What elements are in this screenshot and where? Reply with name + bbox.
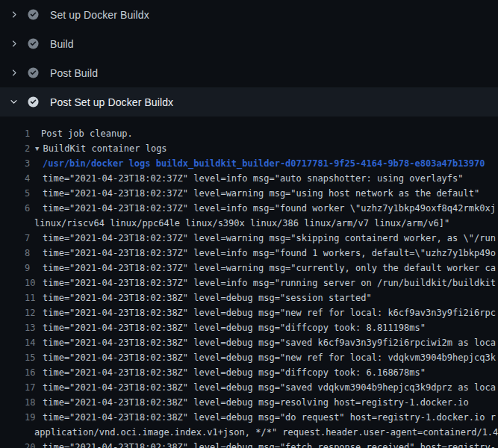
- log-command-text: /usr/bin/docker logs buildx_buildkit_bui…: [0, 158, 485, 169]
- log-text: time="2021-04-23T18:02:37Z" level=info m…: [0, 278, 496, 288]
- step-row-set-up-docker-buildx[interactable]: Set up Docker Buildx: [0, 0, 498, 29]
- step-label: Post Build: [50, 67, 98, 79]
- log-line: 18time="2021-04-23T18:02:38Z" level=debu…: [0, 395, 498, 410]
- log-line: 1Post job cleanup.: [0, 126, 498, 141]
- line-number[interactable]: 1: [25, 126, 30, 141]
- step-label: Post Set up Docker Buildx: [50, 96, 173, 108]
- log-text: time="2021-04-23T18:02:37Z" level=warnin…: [0, 233, 496, 243]
- line-number[interactable]: 4: [25, 171, 30, 186]
- line-number[interactable]: 10: [25, 276, 35, 290]
- line-number[interactable]: 11: [25, 290, 35, 305]
- check-circle-icon: [28, 67, 39, 78]
- line-number[interactable]: 8: [25, 246, 30, 261]
- log-line: 15time="2021-04-23T18:02:38Z" level=debu…: [0, 350, 498, 365]
- log-text: time="2021-04-23T18:02:38Z" level=debug …: [0, 442, 496, 448]
- check-circle-icon: [28, 96, 39, 108]
- log-text: time="2021-04-23T18:02:37Z" level=warnin…: [0, 188, 479, 199]
- line-number[interactable]: 19: [25, 410, 35, 425]
- check-circle-icon: [28, 38, 39, 49]
- line-number[interactable]: 5: [25, 186, 30, 201]
- log-line: 17time="2021-04-23T18:02:38Z" level=debu…: [0, 380, 498, 395]
- log-text: time="2021-04-23T18:02:37Z" level=info m…: [0, 173, 464, 184]
- log-line: linux/riscv64 linux/ppc64le linux/s390x …: [0, 216, 498, 231]
- log-line: 14time="2021-04-23T18:02:38Z" level=debu…: [0, 335, 498, 350]
- line-number[interactable]: 13: [25, 320, 35, 335]
- line-number[interactable]: 6: [25, 201, 30, 216]
- log-text: time="2021-04-23T18:02:37Z" level=info m…: [0, 248, 496, 258]
- step-label: Build: [50, 38, 74, 50]
- log-text: time="2021-04-23T18:02:38Z" level=debug …: [0, 412, 496, 423]
- log-text: time="2021-04-23T18:02:38Z" level=debug …: [0, 323, 426, 333]
- step-row-build[interactable]: Build: [0, 29, 498, 58]
- triangle-down-icon: ▼: [35, 141, 39, 156]
- log-line: 16time="2021-04-23T18:02:38Z" level=debu…: [0, 365, 498, 380]
- log-line: 12time="2021-04-23T18:02:38Z" level=debu…: [0, 305, 498, 320]
- log-text: time="2021-04-23T18:02:38Z" level=debug …: [0, 293, 372, 303]
- log-line: 7time="2021-04-23T18:02:37Z" level=warni…: [0, 231, 498, 246]
- log-line: 20time="2021-04-23T18:02:38Z" level=debu…: [0, 440, 498, 448]
- log-text: time="2021-04-23T18:02:38Z" level=debug …: [0, 382, 496, 393]
- line-number[interactable]: 3: [25, 156, 30, 171]
- log-line: 2▼BuildKit container logs: [0, 141, 498, 156]
- chevron-right-icon: [8, 39, 19, 49]
- log-line: 6time="2021-04-23T18:02:37Z" level=info …: [0, 201, 498, 216]
- check-circle-icon: [28, 9, 39, 20]
- log-text: time="2021-04-23T18:02:38Z" level=debug …: [0, 337, 496, 348]
- log-group-title: BuildKit container logs: [43, 143, 166, 154]
- step-label: Set up Docker Buildx: [50, 9, 149, 21]
- log-text: linux/riscv64 linux/ppc64le linux/s390x …: [0, 218, 449, 228]
- chevron-right-icon: [8, 68, 19, 78]
- line-number[interactable]: 15: [25, 350, 35, 365]
- log-line: 19time="2021-04-23T18:02:38Z" level=debu…: [0, 410, 498, 425]
- log-text: time="2021-04-23T18:02:37Z" level=info m…: [0, 203, 496, 214]
- line-number[interactable]: 2: [25, 141, 30, 156]
- chevron-right-icon: [8, 10, 19, 20]
- line-number[interactable]: 16: [25, 365, 35, 380]
- log-text: application/vnd.oci.image.index.v1+json,…: [0, 427, 498, 438]
- log-line: 9time="2021-04-23T18:02:37Z" level=warni…: [0, 261, 498, 276]
- log-line: 11time="2021-04-23T18:02:38Z" level=debu…: [0, 290, 498, 305]
- chevron-down-icon: [8, 97, 19, 108]
- log-viewer: 1Post job cleanup.2▼BuildKit container l…: [0, 116, 498, 448]
- log-text: time="2021-04-23T18:02:38Z" level=debug …: [0, 397, 469, 408]
- log-text: time="2021-04-23T18:02:37Z" level=warnin…: [0, 263, 496, 273]
- log-line: 10time="2021-04-23T18:02:37Z" level=info…: [0, 276, 498, 290]
- log-text: time="2021-04-23T18:02:38Z" level=debug …: [0, 352, 496, 363]
- log-text: time="2021-04-23T18:02:38Z" level=debug …: [0, 367, 426, 378]
- line-number[interactable]: 20: [25, 440, 35, 448]
- log-text: time="2021-04-23T18:02:38Z" level=debug …: [0, 308, 496, 318]
- line-number[interactable]: 12: [25, 305, 35, 320]
- step-row-post-set-up-docker-buildx[interactable]: Post Set up Docker Buildx: [0, 87, 498, 116]
- log-line: application/vnd.oci.image.index.v1+json,…: [0, 425, 498, 440]
- step-row-post-build[interactable]: Post Build: [0, 58, 498, 87]
- log-line: 5time="2021-04-23T18:02:37Z" level=warni…: [0, 186, 498, 201]
- line-number[interactable]: 7: [25, 231, 30, 246]
- log-text: Post job cleanup.: [0, 128, 133, 139]
- log-line: 13time="2021-04-23T18:02:38Z" level=debu…: [0, 320, 498, 335]
- log-line: 3/usr/bin/docker logs buildx_buildkit_bu…: [0, 156, 498, 171]
- line-number[interactable]: 18: [25, 395, 35, 410]
- line-number[interactable]: 9: [25, 261, 30, 276]
- log-line: 4time="2021-04-23T18:02:37Z" level=info …: [0, 171, 498, 186]
- line-number[interactable]: 17: [25, 380, 35, 395]
- log-line: 8time="2021-04-23T18:02:37Z" level=info …: [0, 246, 498, 261]
- workflow-steps-list: Set up Docker BuildxBuildPost BuildPost …: [0, 0, 498, 116]
- line-number[interactable]: 14: [25, 335, 35, 350]
